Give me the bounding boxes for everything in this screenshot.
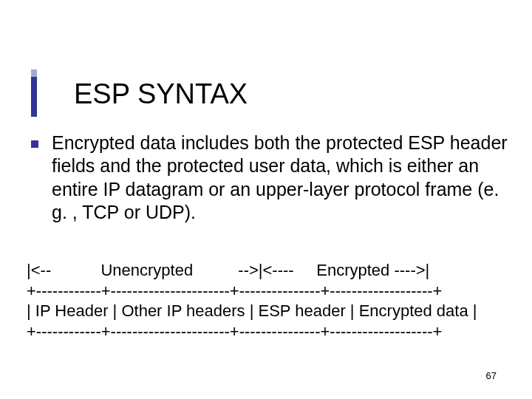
body-paragraph: Encrypted data includes both the protect… [52, 132, 510, 224]
diagram-line-4: +------------+----------------------+---… [27, 322, 442, 341]
diagram-line-1: |<-- Unencrypted -->|<---- Encrypted ---… [27, 261, 429, 279]
diagram-line-2: +------------+----------------------+---… [27, 282, 442, 300]
title-accent-bar [31, 77, 37, 117]
slide-title: ESP SYNTAX [74, 78, 248, 110]
ascii-diagram: |<-- Unencrypted -->|<---- Encrypted ---… [27, 260, 477, 341]
page-number: 67 [486, 370, 497, 381]
diagram-line-3: | IP Header | Other IP headers | ESP hea… [27, 301, 477, 320]
title-accent-top [31, 69, 37, 77]
bullet-icon [31, 140, 38, 148]
